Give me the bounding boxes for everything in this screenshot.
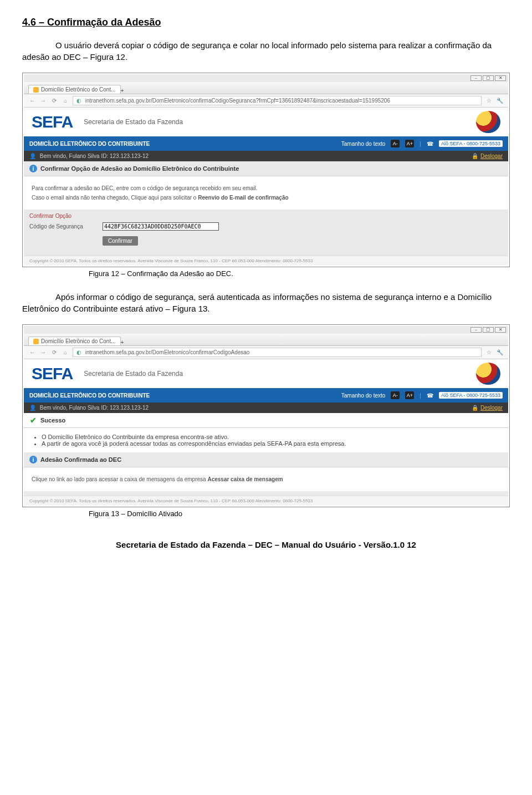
fieldset-label: Confirmar Opção [24,210,508,220]
success-bullet-2: A partir de agora você já poderá acessar… [42,440,500,447]
intro-paragraph-1: O usuário deverá copiar o código de segu… [22,39,510,63]
resend-link[interactable]: Reenvio do E-mail de confirmação [198,195,288,201]
browser-tabs: Domicílio Eletrônico do Cont... + [24,334,508,346]
text-larger-button[interactable]: A+ [405,391,414,399]
heading-4-6: 4.6 – Confirmação da Adesão [22,17,510,28]
wrench-icon[interactable]: 🔧 [496,349,504,356]
star-icon[interactable]: ☆ [485,97,493,105]
adesao-panel-body: Clique no link ao lado para acessar a ca… [24,467,508,491]
confirm-panel-header: i Confirmar Opção de Adesão ao Domicílio… [24,161,508,176]
text-size-label: Tamanho do texto [341,141,386,147]
lock-icon: 🔒 [472,405,478,411]
url-text: intranethom.sefa.pa.gov.br/DomEletronico… [85,349,250,355]
minimize-icon[interactable]: – [470,75,482,81]
tab-title: Domicílio Eletrônico do Cont... [41,86,116,93]
browser-tab[interactable]: Domicílio Eletrônico do Cont... [28,85,121,94]
success-title: Sucesso [40,417,65,424]
maximize-icon[interactable]: ▢ [483,327,494,333]
forward-icon[interactable]: → [39,97,47,105]
logout-link[interactable]: Deslogar [480,405,503,411]
success-body: O Domicílio Eletrônico do Contribuinte d… [24,428,508,452]
new-tab-button[interactable]: + [121,339,124,345]
confirm-button[interactable]: Confirmar [103,236,138,246]
text-smaller-button[interactable]: A- [391,391,400,399]
sefa-logo: SEFA [32,113,73,131]
maximize-icon[interactable]: ▢ [483,75,494,81]
document-footer: Secretaria de Estado da Fazenda – DEC – … [22,540,510,549]
close-icon[interactable]: ✕ [495,75,506,81]
page-number: 12 [407,540,416,549]
confirm-panel-body: Para confirmar a adesão ao DEC, entre co… [24,176,508,210]
adesao-panel-header: i Adesão Confirmada ao DEC [24,452,508,467]
address-field[interactable]: ◐ intranethom.sefa.pa.gov.br/DomEletroni… [73,348,482,357]
lock-icon: 🔒 [472,153,478,159]
adesao-panel-title: Adesão Confirmada ao DEC [40,456,121,463]
success-panel: ✔ Sucesso O Domicílio Eletrônico do Cont… [24,413,508,496]
intro-paragraph-2: Após informar o código de segurança, ser… [22,291,510,314]
window-controls: – ▢ ✕ [24,74,508,82]
security-code-input[interactable] [103,222,219,231]
home-icon[interactable]: ⌂ [62,349,69,356]
confirm-panel: i Confirmar Opção de Adesão ao Domicílio… [24,161,508,256]
url-text: intranethom.sefa.pa.gov.br/DomEletronico… [85,98,390,104]
user-bar: 👤 Bem vindo, Fulano Silva ID: 123.123.12… [24,402,508,413]
success-bullet-1: O Domicílio Eletrônico do Contribuinte d… [42,434,500,440]
adesao-text: Clique no link ao lado para acessar a ca… [32,476,500,482]
url-bar: ← → ⟳ ⌂ ◐ intranethom.sefa.pa.gov.br/Dom… [24,94,508,108]
globe-icon: ◐ [76,349,81,355]
crest-icon [476,363,500,385]
security-code-label: Código de Segurança [29,223,96,230]
welcome-text: Bem vindo, Fulano Silva ID: 123.123.123-… [40,153,149,159]
back-icon[interactable]: ← [28,97,36,105]
figure-13-caption: Figura 13 – Domicílio Ativado [89,509,510,518]
favicon-icon [33,339,39,344]
blue-nav-bar: DOMICÍLIO ELETRÔNICO DO CONTRIBUINTE Tam… [24,136,508,151]
blue-bar-title: DOMICÍLIO ELETRÔNICO DO CONTRIBUINTE [29,141,150,147]
star-icon[interactable]: ☆ [485,349,493,356]
phone-icon: ☎ [427,393,433,399]
text-larger-button[interactable]: A+ [405,140,414,147]
reload-icon[interactable]: ⟳ [50,97,58,105]
screenshot-figure-13: – ▢ ✕ Domicílio Eletrônico do Cont... + … [22,324,510,507]
blue-bar-title: DOMICÍLIO ELETRÔNICO DO CONTRIBUINTE [29,393,150,399]
close-icon[interactable]: ✕ [495,327,506,333]
minimize-icon[interactable]: – [470,327,482,333]
globe-icon: ◐ [76,98,81,104]
page-header: SEFA Secretaria de Estado da Fazenda [24,359,508,388]
alo-sefa-label: Alô SEFA - 0800-725-5533 [439,392,503,399]
user-icon: 👤 [29,405,36,411]
back-icon[interactable]: ← [28,349,36,356]
home-icon[interactable]: ⌂ [62,97,69,105]
check-icon: ✔ [29,416,37,424]
sefa-subtitle: Secretaria de Estado da Fazenda [84,118,476,126]
info-icon: i [29,456,37,463]
user-icon: 👤 [29,153,36,159]
url-bar: ← → ⟳ ⌂ ◐ intranethom.sefa.pa.gov.br/Dom… [24,346,508,359]
alo-sefa-label: Alô SEFA - 0800-725-5533 [439,140,503,147]
sefa-logo: SEFA [32,364,73,383]
address-field[interactable]: ◐ intranethom.sefa.pa.gov.br/DomEletroni… [73,96,482,105]
browser-tab[interactable]: Domicílio Eletrônico do Cont... [28,337,121,345]
logout-link[interactable]: Deslogar [480,153,503,159]
blue-nav-bar: DOMICÍLIO ELETRÔNICO DO CONTRIBUINTE Tam… [24,388,508,402]
new-tab-button[interactable]: + [121,88,124,94]
text-size-label: Tamanho do texto [341,393,386,399]
access-inbox-link[interactable]: Acessar caixa de mensagem [207,476,283,482]
reload-icon[interactable]: ⟳ [50,349,58,356]
confirm-panel-title: Confirmar Opção de Adesão ao Domicílio E… [40,165,239,172]
window-controls: – ▢ ✕ [24,326,508,334]
user-bar: 👤 Bem vindo, Fulano Silva ID: 123.123.12… [24,151,508,161]
screenshot-figure-12: – ▢ ✕ Domicílio Eletrônico do Cont... + … [22,73,510,267]
success-header: ✔ Sucesso [24,413,508,428]
forward-icon[interactable]: → [39,349,47,356]
confirm-text-1: Para confirmar a adesão ao DEC, entre co… [32,185,500,191]
confirm-text-2: Caso o email ainda não tenha chegado, Cl… [32,195,500,201]
crest-icon [476,111,500,133]
wrench-icon[interactable]: 🔧 [496,97,504,105]
browser-tabs: Domicílio Eletrônico do Cont... + [24,82,508,94]
footer-copyright: Copyright © 2010 SEFA. Todos os direitos… [24,496,508,506]
tab-title: Domicílio Eletrônico do Cont... [41,338,116,344]
info-icon: i [29,165,37,172]
welcome-text: Bem vindo, Fulano Silva ID: 123.123.123-… [40,405,149,411]
text-smaller-button[interactable]: A- [391,140,400,147]
